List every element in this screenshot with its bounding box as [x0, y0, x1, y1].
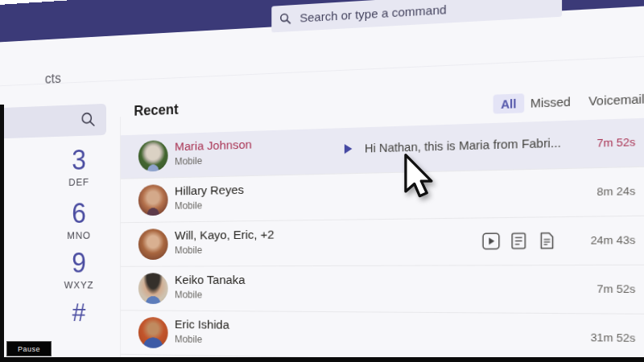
call-time: 11:23 AM	[639, 233, 644, 247]
call-time: 5:20 PM	[639, 134, 644, 148]
recent-heading: Recent	[134, 101, 178, 119]
play-voicemail-icon[interactable]	[345, 144, 353, 154]
recording-icon[interactable]	[482, 232, 500, 250]
filter-tab-all[interactable]: All	[493, 93, 524, 113]
command-search-input[interactable]	[298, 0, 553, 26]
notes-icon[interactable]	[510, 232, 528, 249]
avatar	[138, 184, 168, 216]
letterbox-left	[0, 105, 4, 362]
dialpad-key-6[interactable]: 6 MNO	[45, 198, 114, 241]
command-search-box[interactable]	[271, 0, 562, 32]
avatar	[138, 317, 168, 348]
dialpad-key-3[interactable]: 3 DEF	[45, 144, 114, 188]
avatar	[138, 228, 168, 260]
search-icon	[279, 12, 291, 25]
call-duration: 7m 52s	[571, 282, 635, 295]
recent-call-list: Maria Johnson Mobile Hi Nathan, this is …	[121, 115, 644, 362]
call-duration: 8m 24s	[571, 184, 635, 198]
dialpad-key-9[interactable]: 9 WXYZ	[45, 248, 114, 290]
avatar	[138, 273, 168, 304]
voicemail-preview: Hi Nathan, this is Maria from Fabri...	[365, 136, 561, 154]
teams-calls-screen: cts 3 DEF 6 MNO 9 WXYZ # Recent All Miss…	[0, 0, 644, 362]
tab-contacts-partial[interactable]: cts	[45, 71, 61, 88]
dialpad-search-icon[interactable]	[80, 111, 97, 129]
call-time: 8:45 AM	[639, 331, 644, 345]
transcript-icon[interactable]	[537, 232, 555, 249]
letterbox-bottom	[0, 357, 644, 362]
call-duration: 31m 52s	[571, 331, 635, 344]
header-divider	[0, 52, 644, 87]
filter-tab-voicemail[interactable]: Voicemail	[588, 93, 644, 109]
teams-app-window: cts 3 DEF 6 MNO 9 WXYZ # Recent All Miss…	[0, 0, 644, 362]
mouse-cursor	[402, 154, 439, 199]
call-time: 9:20 AM	[639, 282, 644, 295]
call-time: 4:13 PM	[639, 183, 644, 197]
dialpad-key-pound[interactable]: #	[45, 297, 114, 328]
call-duration: 24m 43s	[571, 233, 635, 247]
title-bar	[0, 0, 644, 43]
call-row-group-will-kayo-eric[interactable]: Will, Kayo, Eric, +2 Mobile	[121, 215, 644, 266]
pause-button[interactable]: Pause	[6, 341, 52, 356]
filter-tab-missed[interactable]: Missed	[530, 95, 571, 110]
call-duration: 7m 52s	[571, 136, 635, 150]
call-row-keiko-tanaka[interactable]: Keiko Tanaka Mobile 7m 52s 9:20 AM	[121, 265, 644, 315]
avatar	[138, 140, 168, 172]
call-row-eric-ishida[interactable]: Eric Ishida Mobile 31m 52s 8:45 AM	[121, 311, 644, 362]
